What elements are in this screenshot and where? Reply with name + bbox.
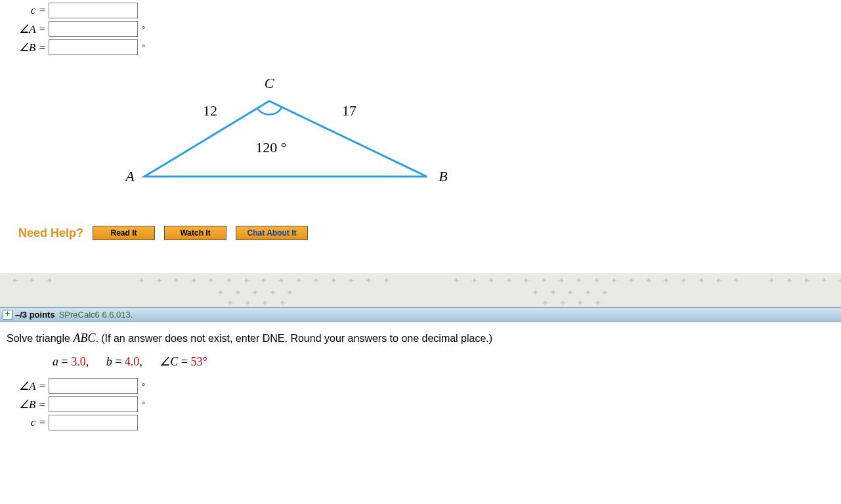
question-source: SPreCalc6 6.6.013.	[59, 310, 133, 320]
label-angle-b: ∠B =	[7, 41, 49, 54]
unit-deg-b2: °	[142, 400, 145, 410]
side-bc: 17	[342, 102, 356, 119]
question-header: + –/3 points SPreCalc6 6.6.013.	[0, 307, 841, 322]
input-angle-b2[interactable]	[49, 396, 138, 412]
label-angle-a2: ∠A =	[7, 379, 49, 393]
label-c2: c =	[7, 416, 49, 429]
unit-deg-a: °	[142, 24, 145, 34]
watch-it-button[interactable]: Watch It	[164, 226, 226, 240]
side-ac: 12	[203, 102, 217, 119]
label-c: c =	[7, 4, 49, 17]
label-angle-a: ∠A =	[7, 22, 49, 36]
unit-deg-b: °	[142, 43, 145, 52]
points-label: –/3 points	[15, 310, 55, 320]
triangle-diagram: C A B 12 17 120 °	[105, 75, 834, 200]
input-c2[interactable]	[49, 415, 138, 430]
unit-deg-a2: °	[142, 381, 145, 391]
expand-icon[interactable]: +	[3, 310, 12, 320]
input-c[interactable]	[49, 3, 138, 18]
question-instructions: Solve triangle ABC. (If an answer does n…	[7, 331, 834, 345]
vertex-b: B	[439, 168, 447, 184]
input-angle-a2[interactable]	[49, 378, 138, 394]
given-values: a = 3.0, b = 4.0, ∠C = 53°	[7, 354, 834, 369]
chat-about-it-button[interactable]: Chat About It	[236, 226, 308, 240]
vertex-c: C	[265, 75, 274, 91]
label-angle-b2: ∠B =	[7, 398, 49, 411]
angle-c: 120 °	[255, 139, 286, 156]
read-it-button[interactable]: Read It	[93, 226, 155, 240]
input-angle-a[interactable]	[49, 21, 138, 37]
input-angle-b[interactable]	[49, 39, 138, 55]
section-divider: ✦ ✦ ✦ ✦ ✦ ✦ ✦ ✦ ✦ ✦ ✦ ✦ ✦ ✦ ✦ ✦ ✦ ✦ ✦ ✦ …	[0, 273, 841, 307]
vertex-a: A	[124, 168, 135, 184]
need-help-title: Need Help?	[18, 226, 83, 240]
